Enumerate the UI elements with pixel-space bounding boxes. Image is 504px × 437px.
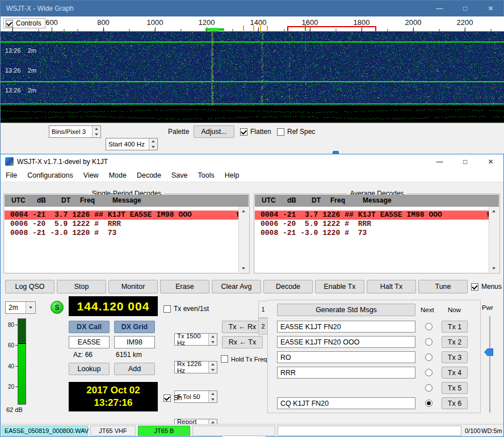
spinner-arrows-icon[interactable] [208, 362, 217, 373]
tx-from-rx-button[interactable]: Tx ← Rx [222, 321, 263, 333]
rx-from-tx-button[interactable]: Rx ← Tx [222, 336, 263, 348]
minimize-icon[interactable]: — [427, 1, 452, 16]
decode-row[interactable]: 0008 -21 -3.0 1220 # 73 [5, 229, 239, 238]
tx6-next-radio[interactable] [425, 400, 432, 407]
adjust-palette-button[interactable]: Adjust... [194, 125, 234, 138]
tab-1[interactable]: 1 [258, 301, 268, 318]
waterfall-band-label: 2m [28, 67, 36, 74]
spinner-arrows-icon[interactable] [208, 391, 217, 402]
tx5-next-radio[interactable] [425, 384, 432, 392]
clear-avg-button[interactable]: Clear Avg [212, 280, 261, 293]
erase-button[interactable]: Erase [160, 280, 209, 293]
dx-call-input[interactable]: EA5SE [69, 336, 110, 348]
tx5-now-button[interactable]: Tx 5 [442, 382, 468, 394]
dx-grid-button[interactable]: DX Grid [114, 321, 155, 333]
menu-view[interactable]: View [78, 169, 104, 182]
spinner-arrows-icon[interactable] [149, 138, 157, 150]
scroll-down-icon[interactable] [239, 264, 248, 272]
waterfall-time-label: 13:26 [5, 67, 21, 74]
decode-row[interactable]: 0006 -20 5.9 1222 # RRR [5, 220, 239, 229]
close-icon[interactable]: ✕ [478, 154, 503, 169]
tx-even-checkbox[interactable]: Tx even/1st [163, 305, 209, 313]
now-column-label: Now [448, 306, 461, 313]
scroll-up-icon[interactable] [489, 207, 498, 215]
frequency-display: 144.120 004 [69, 296, 158, 316]
tx2-message-input[interactable]: EA5SE K1JT FN20 OOO [277, 336, 415, 348]
tx3-next-radio[interactable] [425, 354, 432, 361]
menu-decode[interactable]: Decode [132, 169, 166, 182]
checkbox-icon [277, 128, 284, 136]
add-button[interactable]: Add [114, 363, 155, 375]
lookup-button[interactable]: Lookup [69, 363, 110, 375]
close-icon[interactable]: ✕ [478, 1, 503, 16]
tx6-message-input[interactable]: CQ K1JT FN20 [277, 397, 415, 409]
maximize-icon[interactable]: □ [452, 1, 478, 16]
maximize-icon[interactable]: □ [452, 154, 478, 169]
decode-row[interactable]: 0004 -21 3.7 1226 ## K1JT EA5SE IM98 OOO… [5, 211, 239, 220]
flatten-checkbox[interactable]: Flatten [240, 128, 271, 136]
scroll-up-icon[interactable] [239, 207, 248, 215]
tx1-message-input[interactable]: EA5SE K1JT FN20 [277, 321, 415, 333]
decode-row[interactable]: 0004 -21 3.7 1226 ## K1JT EA5SE IM98 OOO… [255, 211, 489, 220]
tx1-now-button[interactable]: Tx 1 [442, 321, 468, 333]
decode-row[interactable]: 0008 -21 -3.0 1220 # 73 [255, 229, 489, 238]
empty-status-panel [192, 426, 275, 436]
generate-std-msgs-button[interactable]: Generate Std Msgs [277, 304, 415, 316]
spinner-arrows-icon[interactable] [208, 334, 217, 345]
tx4-message-input[interactable]: RRR [277, 367, 415, 379]
tx3-now-button[interactable]: Tx 3 [442, 351, 468, 363]
menu-mode[interactable]: Mode [104, 169, 132, 182]
scrollbar[interactable] [238, 207, 249, 272]
halt-tx-button[interactable]: Halt Tx [367, 280, 416, 293]
dx-call-button[interactable]: DX Call [69, 321, 110, 333]
spectrum-display[interactable] [1, 106, 504, 123]
menu-help[interactable]: Help [220, 169, 245, 182]
menu-tools[interactable]: Tools [193, 169, 220, 182]
dx-grid-input[interactable]: IM98 [114, 336, 155, 348]
stop-button[interactable]: Stop [57, 280, 106, 293]
band-select[interactable]: 2m [5, 301, 36, 314]
menus-checkbox[interactable]: Menus [471, 283, 502, 291]
signal-tick-icon [253, 26, 254, 31]
tx6-now-button[interactable]: Tx 6 [442, 397, 468, 409]
tx-freq-spinner[interactable]: Tx 1500 Hz [174, 333, 217, 346]
log-qso-button[interactable]: Log QSO [5, 280, 54, 293]
menu-configurations[interactable]: Configurations [22, 169, 78, 182]
menu-file[interactable]: File [1, 169, 22, 182]
ref-spec-checkbox[interactable]: Ref Spec [277, 128, 315, 136]
pwr-slider[interactable] [489, 316, 490, 413]
decode-button[interactable]: Decode [263, 280, 313, 293]
scroll-down-icon[interactable] [489, 264, 498, 272]
main-titlebar[interactable]: WSJT-X v1.7.1-devel by K1JT — □ ✕ [1, 154, 503, 169]
scrollbar[interactable] [489, 207, 499, 272]
pwr-slider-handle[interactable] [484, 348, 493, 356]
status-bar: EA5SE_050819_000800.WAV JT65 VHF JT65 B … [1, 424, 503, 436]
wide-graph-titlebar[interactable]: WSJT-X - Wide Graph — □ ✕ [1, 1, 503, 16]
minimize-icon[interactable]: — [427, 154, 452, 169]
enable-tx-button[interactable]: Enable Tx [315, 280, 364, 293]
tx-range-marker[interactable] [287, 26, 376, 27]
signal-tick-icon [260, 26, 261, 31]
tune-button[interactable]: Tune [418, 280, 468, 293]
tx1-next-radio[interactable] [425, 323, 432, 330]
tx4-next-radio[interactable] [425, 369, 432, 376]
tx2-next-radio[interactable] [425, 338, 432, 346]
menu-save[interactable]: Save [166, 169, 193, 182]
rx-freq-spinner[interactable]: Rx 1226 Hz [174, 361, 217, 373]
meter-scale-label: 20 [4, 384, 14, 390]
spinner-arrows-icon[interactable] [92, 126, 100, 137]
tx3-message-input[interactable]: RO [277, 351, 415, 363]
controls-checkbox[interactable]: Controls [6, 19, 41, 27]
hold-tx-freq-checkbox[interactable]: Hold Tx Freq [221, 355, 267, 363]
tab-2[interactable]: 2 [258, 318, 268, 335]
bins-pixel-spinner[interactable]: Bins/Pixel 3 [49, 125, 101, 138]
tx2-now-button[interactable]: Tx 2 [442, 336, 468, 348]
start-freq-spinner[interactable]: Start 400 Hz [106, 138, 158, 150]
average-decodes-box: Average Decodes UTC dB DT Freq Message 0… [254, 194, 500, 274]
monitor-button[interactable]: Monitor [108, 280, 158, 293]
sh-checkbox[interactable]: Sh [163, 394, 182, 402]
waterfall-display[interactable]: 13:26 2m 13:26 2m 13:26 2m [1, 32, 504, 106]
tx4-now-button[interactable]: Tx 4 [442, 367, 468, 379]
configuration-badge: JT65 VHF [90, 426, 136, 436]
decode-row[interactable]: 0006 -20 5.9 1222 # RRR [255, 220, 489, 229]
